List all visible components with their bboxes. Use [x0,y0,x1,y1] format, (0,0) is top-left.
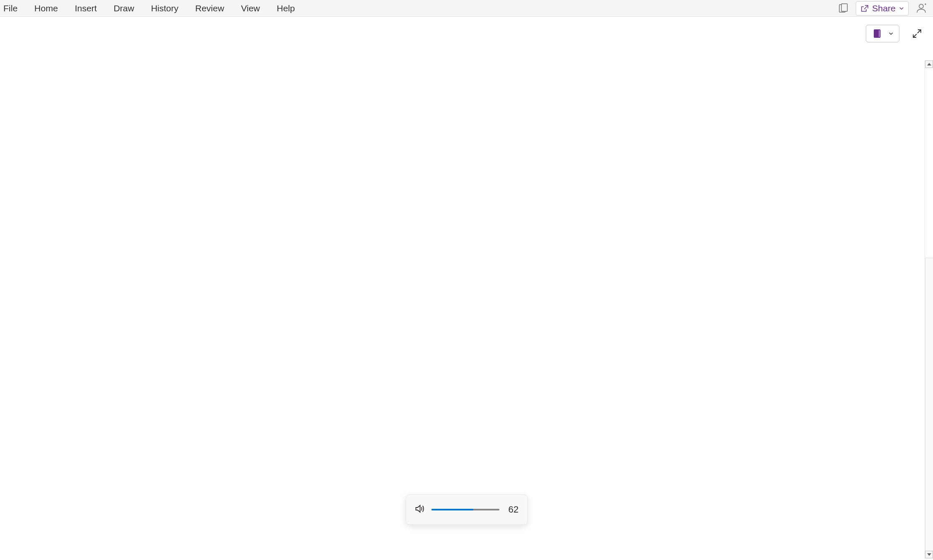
volume-value: 62 [506,504,519,515]
notebook-dropdown[interactable] [866,25,899,42]
menu-help[interactable]: Help [268,0,303,17]
share-button-label: Share [872,3,896,13]
svg-point-2 [919,4,923,8]
share-icon [860,4,869,13]
chevron-down-icon [899,6,904,11]
share-button[interactable]: Share [856,1,909,16]
volume-osd: 62 [406,495,528,525]
volume-slider[interactable] [431,509,499,510]
feed-icon [838,3,848,13]
person-icon [915,3,927,14]
expand-button[interactable] [909,26,925,41]
sub-toolbar [0,22,933,45]
chevron-down-icon [888,31,894,37]
feed-icon-button[interactable] [836,1,851,16]
notebook-icon [871,28,883,39]
vertical-scrollbar[interactable] [925,60,933,558]
volume-slider-fill [431,509,473,510]
svg-rect-4 [879,30,880,37]
menu-file[interactable]: File [2,0,26,17]
triangle-up-icon [927,63,931,65]
triangle-down-icon [927,553,931,556]
menu-left: File Home Insert Draw History Review Vie… [2,0,303,17]
menu-review[interactable]: Review [187,0,233,17]
menu-home[interactable]: Home [26,0,66,17]
scrollbar-track[interactable] [925,258,933,551]
menu-view[interactable]: View [233,0,268,17]
scrollbar-arrow-up[interactable] [925,60,933,68]
menu-draw[interactable]: Draw [105,0,142,17]
expand-icon [912,29,922,38]
speaker-icon[interactable] [415,504,425,516]
person-icon-button[interactable] [914,1,929,16]
svg-rect-1 [841,4,847,11]
menu-bar: File Home Insert Draw History Review Vie… [0,0,933,17]
menu-right: Share [836,1,931,16]
menu-history[interactable]: History [142,0,187,17]
menu-insert[interactable]: Insert [66,0,105,17]
scrollbar-arrow-down[interactable] [925,551,933,558]
